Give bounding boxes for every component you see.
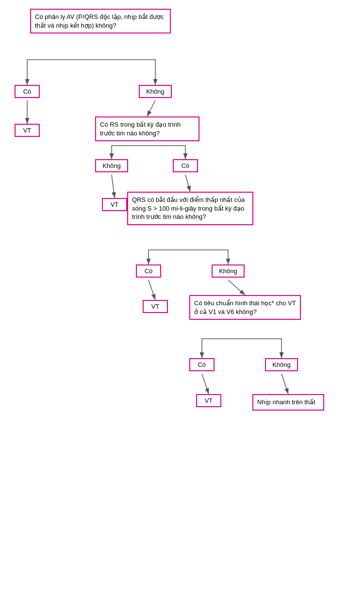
- khong2-node: Không: [95, 159, 128, 172]
- q4-to-co4-arrow: [202, 339, 245, 358]
- khong3-to-q4-arrow: [228, 280, 245, 295]
- khong3-node: Không: [212, 264, 245, 278]
- khong4-node: Không: [265, 358, 298, 371]
- q3-to-co3-arrow: [149, 250, 190, 264]
- vt1-node: VT: [15, 124, 40, 137]
- q2-to-co2-arrow: [147, 146, 185, 159]
- q2-to-khong2-arrow: [112, 146, 147, 159]
- q4-node: Có tiêu chuẩn hình thái học* cho VT ở cả…: [189, 295, 301, 320]
- co1-node: Có: [15, 85, 40, 98]
- vt4-node: VT: [196, 394, 221, 407]
- co2-node: Có: [173, 159, 198, 172]
- result-node: Nhịp nhanh trên thất: [252, 394, 324, 411]
- co4-to-vt4-arrow: [202, 374, 209, 394]
- co3-node: Có: [136, 264, 161, 278]
- khong2-to-vt2-arrow: [112, 175, 115, 198]
- q2-node: Có RS trong bất kỳ đạo trình trước tim n…: [95, 116, 199, 141]
- co2-to-q3-arrow: [185, 175, 190, 192]
- co4-node: Có: [189, 358, 215, 371]
- khong1-to-q2-arrow: [147, 100, 155, 116]
- q3-node: QRS có bắt đầu với điểm thấp nhất của só…: [127, 192, 253, 225]
- q4-to-khong4-arrow: [245, 339, 281, 358]
- khong1-node: Không: [139, 85, 172, 98]
- root-node: Có phân ly AV (P/QRS độc lập, nhịp bắt đ…: [30, 9, 171, 33]
- vt2-node: VT: [102, 198, 127, 211]
- q3-to-khong3-arrow: [190, 250, 228, 264]
- vt3-node: VT: [143, 300, 168, 313]
- arrows-svg: [0, 0, 364, 594]
- root-to-khong1-arrow: [100, 60, 155, 85]
- co3-to-vt3-arrow: [149, 280, 155, 300]
- flowchart: Có phân ly AV (P/QRS độc lập, nhịp bắt đ…: [0, 0, 364, 594]
- khong4-to-result-arrow: [281, 374, 288, 394]
- root-to-co1-arrow: [27, 60, 100, 85]
